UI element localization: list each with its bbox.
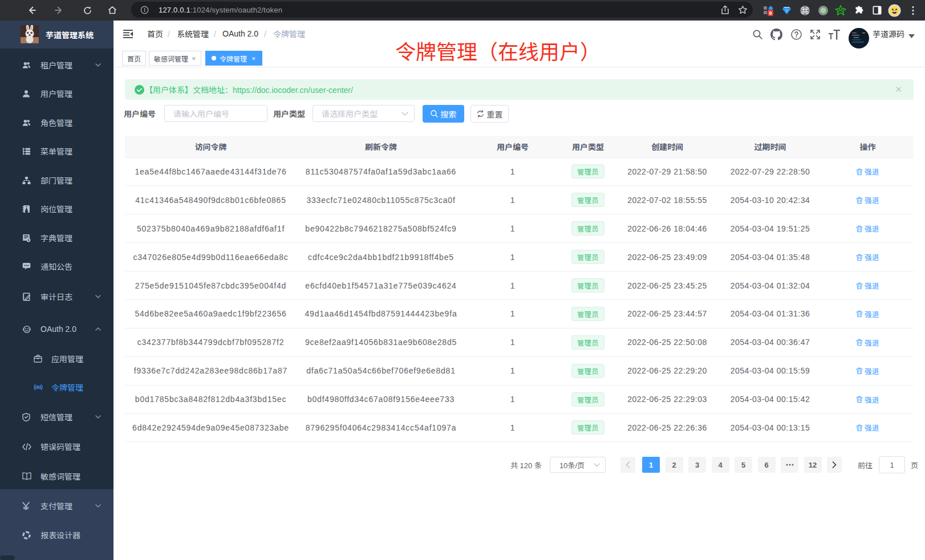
svg-text:9: 9 <box>769 10 772 16</box>
